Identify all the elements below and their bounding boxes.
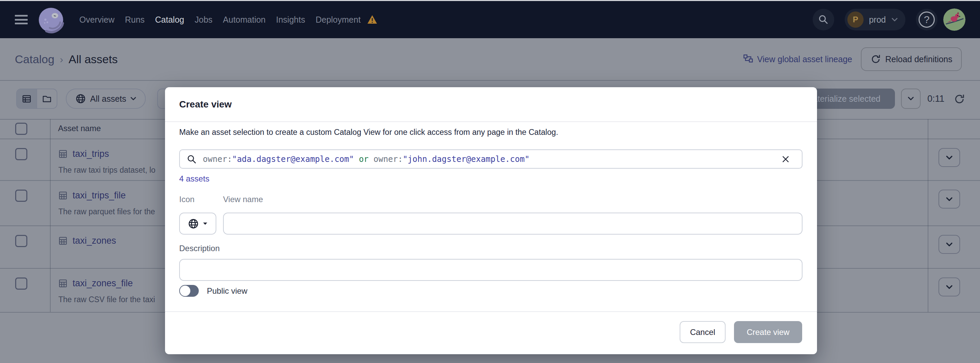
- row-expand-button[interactable]: [939, 190, 960, 208]
- lineage-link-label: View global asset lineage: [757, 54, 853, 64]
- breadcrumb-catalog-link[interactable]: Catalog: [15, 53, 54, 66]
- refresh-timer: 0:11: [928, 88, 945, 109]
- reload-definitions-button[interactable]: Reload definitions: [861, 47, 962, 71]
- query-string-token: "john.dagster@example.com": [402, 155, 530, 164]
- row-checkbox[interactable]: [15, 235, 27, 247]
- view-name-field-label: View name: [223, 195, 263, 204]
- header-actions: View global asset lineage Reload definit…: [743, 47, 962, 71]
- user-avatar[interactable]: [943, 8, 966, 31]
- row-checkbox[interactable]: [15, 190, 27, 202]
- menu-button[interactable]: [15, 14, 30, 26]
- view-global-asset-lineage-link[interactable]: View global asset lineage: [743, 54, 853, 64]
- chevron-down-icon: [946, 285, 953, 289]
- nav-item-runs[interactable]: Runs: [125, 15, 145, 25]
- search-button[interactable]: [813, 9, 834, 30]
- select-all-checkbox[interactable]: [15, 123, 27, 135]
- dialog-title: Create view: [179, 87, 232, 122]
- folder-icon: [42, 94, 52, 104]
- row-expand-button[interactable]: [939, 278, 960, 296]
- chevron-down-icon: [891, 17, 898, 22]
- materialize-options-button[interactable]: [901, 88, 921, 109]
- globe-icon: [188, 218, 199, 229]
- deployment-name: prod: [869, 15, 886, 25]
- deployment-switcher[interactable]: P prod: [845, 9, 905, 30]
- table-view-icon: [22, 94, 32, 104]
- close-icon: [781, 155, 790, 163]
- nav-right-cluster: P prod ?: [813, 1, 966, 38]
- nav-menu: Overview Runs Catalog Jobs Automation In…: [79, 1, 378, 38]
- help-button[interactable]: ?: [916, 9, 937, 30]
- row-expand-button[interactable]: [939, 148, 960, 167]
- catalog-view-filter-button[interactable]: All assets: [66, 88, 146, 109]
- breadcrumb: Catalog › All assets: [15, 53, 118, 66]
- divider: [0, 80, 980, 81]
- search-icon: [818, 14, 829, 25]
- asset-link[interactable]: taxi_trips_file: [73, 190, 126, 201]
- asset-description: The raw parquet files for the: [58, 207, 155, 216]
- icon-select-dropdown[interactable]: [179, 213, 216, 235]
- asset-table-icon: [58, 191, 67, 200]
- view-name-input[interactable]: [223, 213, 802, 235]
- description-input[interactable]: [179, 259, 802, 281]
- matching-assets-link[interactable]: 4 assets: [179, 174, 209, 184]
- nav-item-automation[interactable]: Automation: [223, 15, 266, 25]
- chevron-down-icon: [946, 197, 953, 202]
- cancel-button[interactable]: Cancel: [680, 321, 725, 343]
- asset-link[interactable]: taxi_zones_file: [73, 278, 133, 289]
- nav-item-insights[interactable]: Insights: [276, 15, 305, 25]
- chevron-down-icon: [946, 242, 953, 247]
- icon-field-label: Icon: [179, 195, 194, 204]
- asset-link[interactable]: taxi_zones: [73, 235, 116, 246]
- reload-button-label: Reload definitions: [885, 54, 952, 64]
- globe-icon: [75, 93, 86, 104]
- reload-icon: [870, 54, 881, 64]
- top-navigation: Overview Runs Catalog Jobs Automation In…: [0, 1, 980, 38]
- public-view-label: Public view: [207, 286, 247, 296]
- chevron-down-icon: [907, 96, 914, 101]
- asset-table-icon: [58, 236, 67, 245]
- nav-item-deployment[interactable]: Deployment: [315, 15, 360, 25]
- asset-selection-input[interactable]: owner:"ada.dagster@example.com" or owner…: [179, 149, 802, 169]
- query-key-token: owner:: [374, 155, 403, 164]
- table-view-button[interactable]: [17, 89, 37, 108]
- page-title: All assets: [68, 53, 118, 66]
- asset-selection-query: owner:"ada.dagster@example.com" or owner…: [203, 155, 530, 164]
- search-icon: [187, 154, 197, 164]
- breadcrumb-separator: ›: [60, 53, 63, 65]
- create-view-submit-button[interactable]: Create view: [734, 321, 802, 343]
- asset-description: The raw CSV file for the taxi: [58, 295, 155, 304]
- app-screen: Overview Runs Catalog Jobs Automation In…: [0, 0, 980, 363]
- lineage-graph-icon: [743, 54, 753, 64]
- help-icon: ?: [919, 11, 935, 28]
- toggle-knob: [180, 286, 190, 296]
- asset-description: The raw taxi trips dataset, lo: [58, 166, 156, 175]
- caret-down-icon: [203, 222, 208, 225]
- nav-item-overview[interactable]: Overview: [79, 15, 115, 25]
- public-view-row: Public view: [179, 285, 247, 297]
- nav-item-jobs[interactable]: Jobs: [195, 15, 213, 25]
- asset-table-icon: [58, 279, 67, 288]
- folder-view-button[interactable]: [37, 89, 57, 108]
- window-edge: [0, 0, 980, 1]
- asset-link[interactable]: taxi_trips: [73, 149, 109, 159]
- refresh-button[interactable]: [954, 93, 966, 105]
- view-mode-switcher: [16, 88, 57, 109]
- query-operator-token: or: [354, 155, 374, 164]
- refresh-icon: [954, 93, 965, 105]
- divider: [165, 311, 817, 312]
- row-expand-button[interactable]: [939, 235, 960, 254]
- description-field-label: Description: [179, 244, 220, 253]
- create-view-dialog: Create view Make an asset selection to c…: [165, 87, 817, 354]
- public-view-toggle[interactable]: [179, 285, 199, 297]
- chevron-down-icon: [946, 155, 953, 160]
- dialog-description: Make an asset selection to create a cust…: [179, 128, 558, 137]
- query-key-token: owner:: [203, 155, 232, 164]
- nav-item-catalog[interactable]: Catalog: [155, 15, 184, 25]
- chevron-down-icon: [130, 97, 136, 101]
- clear-selection-button[interactable]: [781, 154, 793, 165]
- avatar-bird-image: [943, 8, 966, 31]
- row-checkbox[interactable]: [15, 148, 27, 160]
- divider: [165, 122, 817, 122]
- asset-name-column-header: Asset name: [58, 124, 101, 133]
- row-checkbox[interactable]: [15, 278, 27, 289]
